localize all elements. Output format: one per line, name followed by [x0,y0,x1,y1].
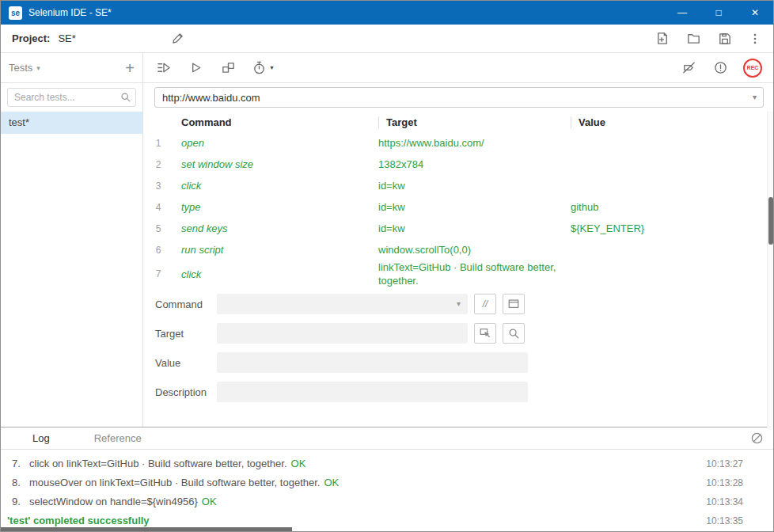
test-search [1,83,142,112]
test-speed-control[interactable]: ▼ [252,60,275,75]
add-test-button[interactable]: + [125,60,135,76]
tab-reference[interactable]: Reference [72,428,164,449]
disable-breakpoints-button[interactable] [680,59,697,77]
cell-target[interactable]: 1382x784 [378,158,571,171]
minimize-button[interactable]: — [664,1,700,25]
cell-target[interactable]: linkText=GitHub · Build software better,… [378,260,571,287]
form-row-command: Command ▾ // [155,294,773,314]
search-tests-input[interactable] [7,88,136,107]
window-controls: — □ ✕ [664,1,773,25]
new-file-icon [655,31,670,46]
table-row[interactable]: 3 click id=kw [143,175,773,196]
log-entry-text: selectWindow on handle=${win4956} [29,495,198,509]
form-row-target: Target [155,323,773,344]
chevron-down-icon[interactable]: ▾ [36,64,40,72]
titlebar: se Selenium IDE - SE* — □ ✕ [1,1,773,25]
chevron-down-icon[interactable]: ▾ [753,93,757,101]
log-summary-text: 'test' completed successfully [7,514,150,528]
tests-dropdown[interactable]: Tests [9,62,32,74]
command-field-label: Command [155,298,217,310]
cell-value[interactable]: ${KEY_ENTER} [571,222,773,234]
find-target-button[interactable] [503,323,525,344]
kebab-menu-icon [748,32,762,46]
log-entry-number: 8. [12,476,29,490]
project-name[interactable]: SE* [58,32,169,44]
log-panel: Log Reference 7. click on linkText=GitHu… [1,427,773,531]
vertical-scrollbar-thumb[interactable] [768,197,773,245]
record-button[interactable]: REC [743,59,762,78]
row-number: 4 [143,202,181,213]
table-row[interactable]: 1 open https://www.baidu.com/ [143,132,773,154]
table-row[interactable]: 4 type id=kw github [143,196,773,218]
window-title: Selenium IDE - SE* [28,7,112,18]
base-url-input[interactable] [154,87,764,108]
vertical-scrollbar[interactable] [767,112,773,428]
cell-command[interactable]: run script [181,244,378,256]
selenium-logo-icon: se [9,6,22,20]
command-table: Command Target Value 1 open https://www.… [143,112,773,287]
select-target-button[interactable] [474,323,496,344]
play-icon [188,60,203,75]
tab-log[interactable]: Log [10,428,72,449]
close-button[interactable]: ✕ [737,1,773,25]
table-header: Command Target Value [143,112,773,132]
form-row-value: Value [155,352,773,373]
command-select[interactable]: ▾ [217,294,468,314]
project-actions [654,30,764,48]
log-entry-status: OK [291,457,306,471]
toggle-comment-button[interactable]: // [474,294,496,314]
row-number: 6 [143,245,181,256]
window-icon [507,298,520,310]
search-icon [120,92,131,106]
save-project-button[interactable] [715,30,733,48]
selenium-ide-window: se Selenium IDE - SE* — □ ✕ Project: SE* [0,0,774,532]
row-number: 2 [143,159,181,170]
run-all-tests-button[interactable] [154,59,172,77]
cell-target[interactable]: window.scrollTo(0,0) [378,243,571,256]
command-edit-form: Command ▾ // Target [143,294,773,411]
table-row[interactable]: 6 run script window.scrollTo(0,0) [143,239,773,260]
form-row-description: Description [155,382,773,402]
new-project-button[interactable] [654,30,671,48]
clear-log-button[interactable] [750,431,764,445]
cell-command[interactable]: send keys [181,222,378,234]
save-icon [717,31,732,46]
playback-toolbar: ▼ REC [143,53,773,83]
log-entry: 8. mouseOver on linkText=GitHub · Build … [1,473,773,492]
cell-target[interactable]: id=kw [378,200,571,214]
maximize-button[interactable]: □ [700,1,737,25]
table-row[interactable]: 5 send keys id=kw ${KEY_ENTER} [143,218,773,239]
test-list: test* [1,112,142,134]
pencil-icon [172,32,184,44]
cell-value[interactable]: github [571,201,773,213]
run-all-icon [156,60,171,75]
cell-command[interactable]: click [181,180,378,192]
step-over-icon [221,60,236,75]
table-row[interactable]: 7 click linkText=GitHub · Build software… [143,260,773,287]
main-panel: ▼ REC ▾ [143,53,773,427]
row-number: 7 [143,268,181,279]
target-input[interactable] [217,323,468,344]
cell-command[interactable]: open [181,137,378,149]
stopwatch-icon [252,60,267,75]
log-entry-text: click on linkText=GitHub · Build softwar… [29,457,287,471]
value-input[interactable] [217,352,528,373]
step-over-button[interactable] [219,59,237,77]
open-reference-button[interactable] [503,294,525,314]
more-menu-button[interactable] [746,30,764,48]
pause-on-exceptions-button[interactable] [711,59,729,77]
open-project-button[interactable] [685,30,702,48]
test-list-item[interactable]: test* [1,112,142,134]
cell-target[interactable]: id=kw [378,179,571,192]
horizontal-scrollbar-thumb[interactable] [1,527,292,531]
cell-target[interactable]: id=kw [378,222,571,235]
cell-command[interactable]: set window size [181,158,378,170]
run-current-test-button[interactable] [187,59,204,77]
description-input[interactable] [217,382,528,402]
rename-project-button[interactable] [169,30,186,48]
table-row[interactable]: 2 set window size 1382x784 [143,154,773,175]
cell-target[interactable]: https://www.baidu.com/ [378,136,571,150]
cell-command[interactable]: type [181,201,378,213]
log-entry-number: 9. [12,495,29,509]
cell-command[interactable]: click [181,268,378,280]
